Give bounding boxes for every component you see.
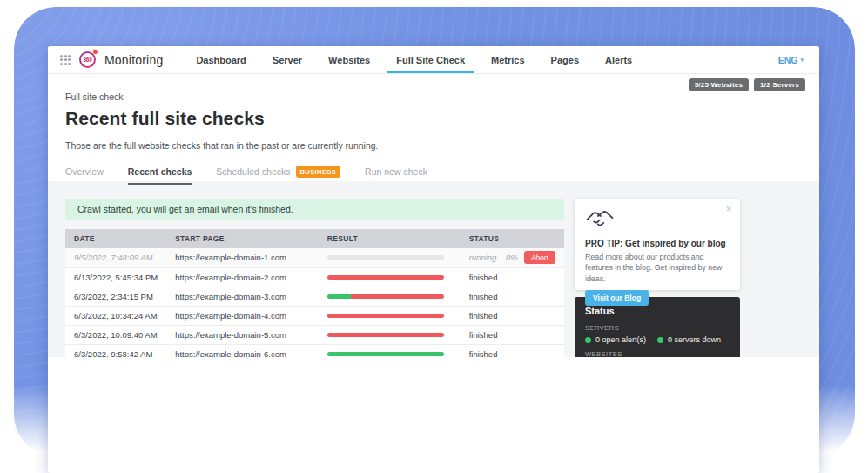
visit-blog-button[interactable]: Visit our Blog (585, 290, 649, 306)
status-panel-title: Status (585, 306, 730, 316)
brand-name: Monitoring (104, 53, 163, 67)
protip-title: PRO TIP: Get inspired by our blog (585, 239, 730, 248)
brand[interactable]: 360 Monitoring (60, 46, 163, 73)
breadcrumb: Full site check (65, 91, 802, 102)
tab-label: Run new check (365, 166, 427, 177)
language-label: ENG (778, 55, 798, 65)
handshake-icon (585, 208, 615, 229)
status-sections: SERVERS 0 open alert(s) 0 servers down W… (585, 324, 730, 357)
quota-badges: 5/25 Websites1/2 Servers (689, 78, 805, 91)
check-date: 6/3/2022, 10:34:24 AM (65, 306, 166, 325)
nav-item[interactable]: Metrics (482, 46, 534, 73)
table-row[interactable]: 6/13/2022, 5:45:34 PM https://example-do… (65, 267, 564, 287)
result-progress-bar (327, 294, 444, 299)
check-date: 6/3/2022, 10:09:40 AM (65, 325, 166, 344)
green-progress-segment (327, 352, 444, 356)
green-progress-segment (327, 294, 351, 299)
result-progress-bar (327, 333, 444, 337)
status-text: finished (469, 330, 498, 340)
result-progress-bar (327, 275, 444, 280)
status-text: finished (469, 292, 498, 301)
table-header-row: DATESTART PAGERESULTSTATUS (65, 229, 564, 248)
tab[interactable]: Scheduled checks BUSINESS (216, 166, 340, 186)
result-progress-bar (327, 352, 444, 356)
language-selector[interactable]: ENG ▾ (778, 46, 804, 73)
success-banner: Crawl started, you will get an email whe… (65, 199, 564, 220)
status-panel: Status SERVERS 0 open alert(s) 0 servers… (575, 297, 740, 357)
chevron-down-icon: ▾ (800, 57, 804, 64)
table-row[interactable]: 6/3/2022, 10:34:24 AM https://example-do… (65, 306, 564, 325)
tab-label: Recent checks (128, 166, 192, 177)
marketing-stage: 360 Monitoring DashboardServerWebsitesFu… (0, 0, 868, 473)
protip-body: Read more about our products and feature… (585, 252, 730, 284)
status-items: 0 open alert(s) 0 servers down (585, 335, 730, 344)
table-row[interactable]: 6/3/2022, 2:34:15 PM https://example-dom… (65, 287, 564, 306)
status-text: finished (469, 349, 498, 358)
status-item: 0 servers down (657, 335, 730, 344)
column-header: STATUS (461, 229, 564, 248)
column-header: DATE (65, 229, 166, 248)
logo-360-icon: 360 (79, 51, 96, 68)
column-header: START PAGE (166, 229, 319, 248)
status-item-text: 0 open alert(s) (595, 335, 646, 344)
side-column: × PRO TIP: Get inspired by our blog Read… (575, 199, 740, 357)
green-dot-icon (585, 337, 591, 343)
checks-table: DATESTART PAGERESULTSTATUS 9/5/2022, 7:4… (65, 229, 564, 357)
page-title: Recent full site checks (65, 108, 802, 129)
checks-column: Crawl started, you will get an email whe… (65, 199, 564, 357)
check-url: https://example-domain-4.com (166, 306, 319, 325)
tab-bar: Overview Recent checks Scheduled checks … (65, 166, 802, 186)
red-progress-segment (351, 294, 444, 299)
app-window: 360 Monitoring DashboardServerWebsitesFu… (48, 46, 819, 473)
result-progress-bar (327, 255, 444, 260)
success-banner-text: Crawl started, you will get an email whe… (77, 204, 293, 214)
nav-item[interactable]: Alerts (596, 46, 641, 73)
protip-card: × PRO TIP: Get inspired by our blog Read… (575, 199, 740, 290)
nav-item[interactable]: Dashboard (187, 46, 254, 73)
check-date: 6/3/2022, 2:34:15 PM (65, 287, 166, 306)
status-section: SERVERS 0 open alert(s) 0 servers down (585, 324, 730, 344)
table-row[interactable]: 6/3/2022, 9:58:42 AM https://example-dom… (65, 344, 564, 357)
red-progress-segment (327, 275, 444, 280)
status-item-text: 0 servers down (668, 335, 721, 344)
page-description: Those are the full website checks that r… (65, 140, 802, 151)
result-progress-bar (327, 314, 444, 318)
status-section: WEBSITES 0 open alert(s) 0 websites down (585, 350, 730, 357)
top-navbar: 360 Monitoring DashboardServerWebsitesFu… (48, 46, 819, 74)
green-dot-icon (657, 337, 663, 343)
main-nav: DashboardServerWebsitesFull Site CheckMe… (187, 46, 641, 73)
status-text: finished (469, 311, 498, 321)
tab-label: Scheduled checks (216, 166, 290, 177)
abort-button[interactable]: Abort (524, 251, 555, 264)
status-section-label: SERVERS (585, 324, 730, 332)
tab[interactable]: Run new check (365, 166, 427, 185)
close-icon[interactable]: × (725, 203, 732, 214)
status-text: running... 0% (469, 253, 518, 262)
status-text: finished (469, 273, 498, 282)
nav-item[interactable]: Websites (320, 46, 379, 73)
logo-text: 360 (81, 53, 94, 66)
page-header: 5/25 Websites1/2 Servers Full site check… (48, 74, 819, 181)
status-item: 0 open alert(s) (585, 335, 657, 344)
tab[interactable]: Overview (65, 166, 104, 185)
red-progress-segment (327, 314, 444, 318)
business-badge: BUSINESS (296, 166, 341, 178)
status-section-label: WEBSITES (585, 350, 730, 357)
tab[interactable]: Recent checks (128, 166, 192, 185)
red-progress-segment (327, 333, 444, 337)
check-date: 6/3/2022, 9:58:42 AM (65, 344, 166, 357)
check-date: 6/13/2022, 5:45:34 PM (65, 267, 166, 287)
tab-label: Overview (65, 166, 104, 177)
table-row[interactable]: 9/5/2022, 7:48:09 AM https://example-dom… (65, 248, 564, 267)
table-row[interactable]: 6/3/2022, 10:09:40 AM https://example-do… (65, 325, 564, 344)
check-url: https://example-domain-3.com (166, 287, 319, 306)
nav-item[interactable]: Server (264, 46, 311, 73)
nav-item[interactable]: Full Site Check (387, 46, 474, 73)
quota-badge: 1/2 Servers (754, 78, 805, 91)
column-header: RESULT (319, 229, 461, 248)
main-content: Crawl started, you will get an email whe… (48, 181, 819, 357)
check-url: https://example-domain-6.com (166, 344, 319, 357)
app-launcher-icon[interactable] (60, 55, 71, 65)
table-body: 9/5/2022, 7:48:09 AM https://example-dom… (65, 248, 564, 357)
nav-item[interactable]: Pages (542, 46, 588, 73)
